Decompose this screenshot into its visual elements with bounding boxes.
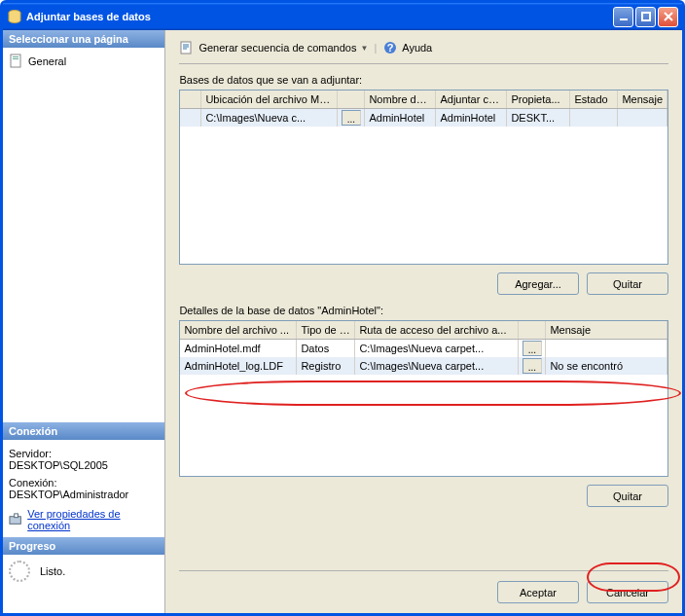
add-button[interactable]: Agregar...	[497, 272, 579, 295]
details-label: Detalles de la base de datos "AdminHotel…	[179, 305, 668, 316]
connection-value: DESKTOP\Administrador	[9, 489, 159, 500]
cell-type: Registro	[297, 357, 355, 375]
col-header[interactable]: Nombre de ...	[365, 91, 436, 108]
svg-rect-1	[620, 18, 628, 20]
col-header[interactable]: Tipo de ar...	[297, 321, 355, 339]
connection-label: Conexión:	[9, 477, 159, 489]
svg-rect-4	[13, 56, 18, 57]
help-icon: ?	[382, 40, 398, 55]
sidebar-item-label: General	[28, 55, 66, 67]
cell-file: AdminHotel.mdf	[180, 340, 297, 357]
svg-rect-5	[13, 58, 18, 59]
select-page-header: Seleccionar una página	[3, 30, 164, 48]
col-header[interactable]: Ruta de acceso del archivo a...	[355, 321, 519, 339]
chevron-down-icon: ▼	[360, 44, 368, 53]
sidebar-item-general[interactable]: General	[9, 52, 159, 71]
details-grid[interactable]: Nombre del archivo ... Tipo de ar... Rut…	[179, 320, 668, 477]
table-row[interactable]: C:\Images\Nueva c... ... AdminHotel Admi…	[180, 109, 667, 127]
col-header[interactable]	[180, 91, 201, 108]
col-header[interactable]: Ubicación del archivo MDF	[201, 91, 338, 108]
cell-path: C:\Images\Nueva c...	[201, 109, 338, 127]
cell-msg	[546, 340, 667, 357]
svg-rect-8	[181, 42, 191, 54]
cell-path: C:\Images\Nueva carpet...	[355, 340, 519, 357]
ok-button[interactable]: Aceptar	[497, 581, 579, 603]
col-header[interactable]: Mensaje	[618, 91, 667, 108]
cell-msg	[618, 109, 667, 127]
server-value: DESKTOP\SQL2005	[9, 459, 159, 471]
table-row[interactable]: AdminHotel_log.LDF Registro C:\Images\Nu…	[180, 357, 667, 375]
window-title: Adjuntar bases de datos	[26, 11, 151, 22]
cell-state	[570, 109, 618, 127]
sidebar: Seleccionar una página General Conexión …	[3, 30, 165, 613]
col-header[interactable]: Estado	[570, 91, 618, 108]
script-icon	[179, 40, 195, 55]
attach-grid[interactable]: Ubicación del archivo MDF Nombre de ... …	[179, 90, 668, 265]
server-label: Servidor:	[9, 448, 159, 459]
minimize-button[interactable]	[613, 7, 633, 27]
maximize-button[interactable]	[635, 7, 656, 27]
cancel-button[interactable]: Cancelar	[587, 581, 668, 603]
attach-label: Bases de datos que se van a adjuntar:	[179, 74, 668, 86]
cell-owner: DESKT...	[507, 109, 570, 127]
toolbar: Generar secuencia de comandos ▼ | ? Ayud…	[179, 40, 668, 64]
cell-name: AdminHotel	[365, 109, 436, 127]
properties-icon	[9, 512, 23, 527]
progress-header: Progreso	[3, 537, 164, 555]
help-button[interactable]: ? Ayuda	[382, 40, 432, 55]
browse-button[interactable]: ...	[523, 358, 542, 374]
cell-file: AdminHotel_log.LDF	[180, 357, 297, 375]
view-connection-props-link[interactable]: Ver propiedades de conexión	[27, 508, 159, 531]
svg-rect-7	[15, 514, 18, 518]
connection-header: Conexión	[3, 422, 164, 440]
col-header[interactable]	[519, 321, 546, 339]
remove-detail-button[interactable]: Quitar	[587, 485, 668, 507]
cell-type: Datos	[297, 340, 355, 357]
svg-text:?: ?	[387, 42, 394, 54]
svg-rect-2	[642, 13, 650, 20]
progress-icon	[9, 561, 30, 582]
col-header[interactable]: Nombre del archivo ...	[180, 321, 297, 339]
main-panel: Generar secuencia de comandos ▼ | ? Ayud…	[165, 30, 682, 613]
col-header[interactable]: Propieta...	[507, 91, 570, 108]
remove-button[interactable]: Quitar	[587, 272, 668, 295]
browse-button[interactable]: ...	[342, 110, 361, 126]
script-button[interactable]: Generar secuencia de comandos ▼	[179, 40, 368, 55]
progress-status: Listo.	[40, 565, 65, 577]
cell-msg: No se encontró	[546, 357, 667, 375]
close-button[interactable]	[658, 7, 678, 27]
titlebar: Adjuntar bases de datos	[3, 3, 682, 30]
cell-attach-as: AdminHotel	[436, 109, 507, 127]
browse-button[interactable]: ...	[523, 341, 542, 356]
col-header[interactable]: Adjuntar co...	[436, 91, 507, 108]
col-header[interactable]	[338, 91, 365, 108]
cell-path: C:\Images\Nueva carpet...	[355, 357, 519, 375]
col-header[interactable]: Mensaje	[546, 321, 667, 339]
table-row[interactable]: AdminHotel.mdf Datos C:\Images\Nueva car…	[180, 340, 667, 357]
svg-rect-3	[11, 54, 20, 67]
page-icon	[9, 54, 24, 69]
db-icon	[7, 9, 22, 24]
